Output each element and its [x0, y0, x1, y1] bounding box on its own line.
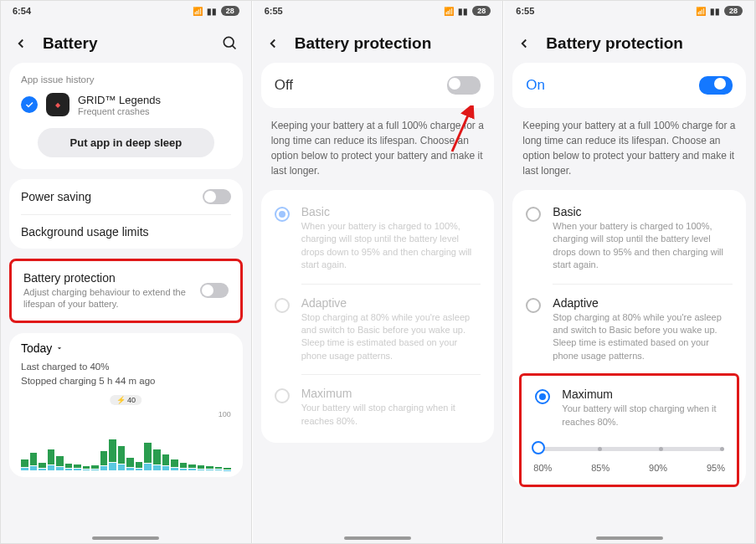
battery-pill: 28 [472, 6, 491, 16]
radio-basic[interactable] [275, 207, 290, 222]
basic-title: Basic [301, 205, 481, 218]
basic-desc: When your battery is charged to 100%, ch… [553, 220, 733, 272]
page-title: Battery protection [295, 34, 491, 53]
status-time: 6:55 [516, 6, 534, 16]
slider-label-90: 90% [649, 463, 667, 473]
radio-basic[interactable] [526, 207, 541, 222]
page-title: Battery protection [546, 34, 743, 53]
option-maximum[interactable]: Maximum Your battery will stop charging … [261, 375, 495, 439]
max-slider[interactable]: 80% 85% 90% 95% [522, 432, 737, 485]
adaptive-desc: Stop charging at 80% while you're asleep… [301, 311, 481, 363]
radio-adaptive[interactable] [275, 298, 290, 313]
check-icon [21, 96, 38, 113]
charge-tag: ⚡ 40 [111, 395, 142, 405]
search-icon[interactable] [221, 34, 239, 53]
bp-sub: Adjust charging behaviour to extend the … [23, 286, 193, 310]
header: Battery protection [253, 21, 503, 63]
back-button[interactable] [265, 35, 281, 52]
battery-protection-row[interactable]: Battery protection Adjust charging behav… [12, 261, 240, 321]
app-icon: ◆ [46, 93, 69, 116]
options-card: Basic When your battery is charged to 10… [261, 190, 495, 443]
option-adaptive[interactable]: Adaptive Stop charging at 80% while you'… [261, 285, 495, 375]
wifi-icon: 📶 [696, 7, 706, 16]
master-toggle[interactable] [699, 76, 733, 95]
svg-point-0 [224, 37, 234, 47]
bg-limits-row[interactable]: Background usage limits [9, 215, 243, 249]
app-issue-row[interactable]: ◆ GRID™ Legends Frequent crashes [21, 93, 231, 116]
header: Battery [1, 21, 251, 63]
slider-track[interactable] [537, 447, 722, 451]
nav-handle[interactable] [596, 536, 663, 540]
power-saving-toggle[interactable] [203, 189, 231, 204]
nav-handle[interactable] [344, 536, 411, 540]
signal-icon: ▮▮ [458, 7, 468, 16]
nav-handle[interactable] [92, 536, 159, 540]
maximum-highlight-box: Maximum Your battery will stop charging … [519, 373, 739, 487]
back-button[interactable] [13, 35, 29, 52]
deep-sleep-button[interactable]: Put app in deep sleep [38, 128, 214, 157]
slider-labels: 80% 85% 90% 95% [533, 459, 725, 473]
battery-protection-card: Battery protection Adjust charging behav… [9, 259, 243, 323]
app-name: GRID™ Legends [78, 94, 161, 106]
wifi-icon: 📶 [193, 7, 203, 16]
usage-chart[interactable]: ⚡ 40 100 [9, 395, 243, 470]
radio-adaptive[interactable] [526, 298, 541, 313]
master-toggle-label: Off [275, 77, 293, 94]
stopped-charging: Stopped charging 5 h 44 m ago [21, 374, 231, 388]
option-adaptive[interactable]: Adaptive Stop charging at 80% while you'… [512, 285, 746, 375]
option-basic[interactable]: Basic When your battery is charged to 10… [261, 193, 495, 284]
bp-description: Keeping your battery at a full 100% char… [253, 118, 503, 190]
adaptive-desc: Stop charging at 80% while you're asleep… [553, 311, 733, 363]
screen-bp-on: 6:55 📶 ▮▮ 28 Battery protection On Keepi… [504, 1, 755, 543]
slider-label-95: 95% [707, 463, 725, 473]
master-toggle[interactable] [447, 76, 481, 95]
battery-pill: 28 [221, 6, 239, 16]
wifi-icon: 📶 [444, 7, 454, 16]
status-indicators: 📶 ▮▮ 28 [444, 6, 491, 16]
max-desc: Your battery will stop charging when it … [562, 403, 723, 429]
header: Battery protection [504, 21, 754, 63]
master-toggle-label: On [526, 77, 545, 94]
radio-maximum[interactable] [275, 388, 290, 403]
slider-handle[interactable] [532, 441, 545, 454]
screen-battery: 6:54 📶 ▮▮ 28 Battery App issue history ◆… [1, 1, 252, 543]
status-time: 6:54 [13, 6, 31, 16]
max-title: Maximum [301, 387, 481, 400]
today-card: Today Last charged to 40% Stopped chargi… [9, 333, 243, 478]
app-issue-sub: Frequent crashes [78, 106, 161, 116]
chevron-down-icon [55, 344, 64, 352]
status-indicators: 📶 ▮▮ 28 [193, 6, 239, 16]
power-saving-label: Power saving [21, 190, 91, 203]
today-dropdown[interactable]: Today [9, 333, 243, 360]
status-bar: 6:55 📶 ▮▮ 28 [253, 1, 503, 21]
screen-bp-off: 6:55 📶 ▮▮ 28 Battery protection Off Keep… [253, 1, 504, 543]
slider-tick [598, 447, 602, 451]
chart-bars [21, 416, 231, 470]
last-charged: Last charged to 40% [21, 360, 231, 374]
option-basic[interactable]: Basic When your battery is charged to 10… [512, 193, 746, 284]
bg-limits-label: Background usage limits [21, 225, 149, 239]
adaptive-title: Adaptive [553, 296, 733, 310]
bp-toggle[interactable] [200, 283, 229, 298]
radio-maximum[interactable] [535, 389, 550, 404]
signal-icon: ▮▮ [207, 7, 217, 16]
adaptive-title: Adaptive [301, 296, 481, 310]
page-title: Battery [43, 34, 208, 53]
slider-label-80: 80% [533, 463, 552, 473]
today-label: Today [21, 341, 52, 355]
master-toggle-row[interactable]: Off [261, 63, 495, 108]
app-issue-label: App issue history [21, 74, 231, 85]
master-toggle-row[interactable]: On [512, 63, 746, 108]
back-button[interactable] [516, 35, 532, 52]
power-saving-row[interactable]: Power saving [9, 179, 243, 214]
basic-desc: When your battery is charged to 100%, ch… [301, 220, 481, 272]
slider-tick [720, 447, 724, 451]
app-issue-card: App issue history ◆ GRID™ Legends Freque… [9, 63, 243, 169]
basic-title: Basic [553, 205, 733, 218]
option-maximum[interactable]: Maximum Your battery will stop charging … [522, 376, 737, 432]
max-title: Maximum [562, 387, 723, 401]
battery-pill: 28 [724, 6, 743, 16]
status-bar: 6:55 📶 ▮▮ 28 [504, 1, 754, 21]
status-time: 6:55 [265, 6, 283, 16]
bp-description: Keeping your battery at a full 100% char… [504, 118, 754, 190]
